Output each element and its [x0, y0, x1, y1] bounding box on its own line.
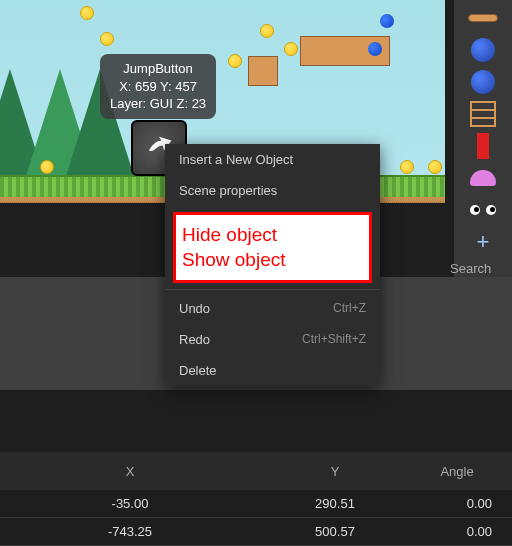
blob-icon — [470, 170, 496, 186]
object-item-eyes[interactable] — [454, 194, 512, 226]
object-item-ball[interactable] — [454, 34, 512, 66]
object-item-red[interactable] — [454, 130, 512, 162]
coin-object[interactable] — [284, 42, 298, 56]
ball-icon — [471, 70, 495, 94]
coin-object[interactable] — [40, 160, 54, 174]
highlighted-menu-group: Hide object Show object — [173, 212, 372, 283]
menu-label: Delete — [179, 363, 217, 378]
object-item-platform[interactable] — [454, 2, 512, 34]
timeline-track[interactable] — [0, 390, 512, 452]
cell-x[interactable]: -743.25 — [0, 524, 260, 539]
table-row[interactable]: -35.00 290.51 0.00 — [0, 490, 512, 518]
platform-icon — [468, 14, 498, 22]
menu-shortcut: Ctrl+Shift+Z — [302, 332, 366, 347]
column-header-x[interactable]: X — [0, 464, 260, 479]
object-item-ball[interactable] — [454, 66, 512, 98]
coin-object[interactable] — [100, 32, 114, 46]
menu-label: Scene properties — [179, 183, 277, 198]
eyes-icon — [470, 205, 496, 215]
menu-label: Undo — [179, 301, 210, 316]
red-icon — [477, 133, 489, 159]
tooltip-layer: Layer: GUI Z: 23 — [110, 95, 206, 113]
context-menu: Insert a New Object Scene properties Hid… — [165, 144, 380, 386]
column-header-angle[interactable]: Angle — [410, 464, 512, 479]
enemy-object[interactable] — [380, 14, 394, 28]
cell-angle[interactable]: 0.00 — [410, 524, 512, 539]
ladder-icon — [470, 101, 496, 127]
properties-header: X Y Angle — [0, 452, 512, 490]
coin-object[interactable] — [428, 160, 442, 174]
menu-redo[interactable]: Redo Ctrl+Shift+Z — [165, 324, 380, 355]
menu-hide-object[interactable]: Hide object — [182, 223, 363, 248]
coin-object[interactable] — [260, 24, 274, 38]
coin-object[interactable] — [400, 160, 414, 174]
cell-y[interactable]: 290.51 — [260, 496, 410, 511]
enemy-object[interactable] — [368, 42, 382, 56]
coin-object[interactable] — [80, 6, 94, 20]
object-item-ladder[interactable] — [454, 98, 512, 130]
search-input[interactable]: Search — [450, 261, 510, 276]
column-header-y[interactable]: Y — [260, 464, 410, 479]
menu-shortcut: Ctrl+Z — [333, 301, 366, 316]
cell-angle[interactable]: 0.00 — [410, 496, 512, 511]
object-panel[interactable]: + — [454, 0, 512, 277]
cell-y[interactable]: 500.57 — [260, 524, 410, 539]
ball-icon — [471, 38, 495, 62]
menu-undo[interactable]: Undo Ctrl+Z — [165, 293, 380, 324]
add-object-button[interactable]: + — [454, 226, 512, 258]
menu-label: Insert a New Object — [179, 152, 293, 167]
menu-insert-object[interactable]: Insert a New Object — [165, 144, 380, 175]
menu-show-object[interactable]: Show object — [182, 248, 363, 273]
tooltip-coords: X: 659 Y: 457 — [110, 78, 206, 96]
tooltip-name: JumpButton — [110, 60, 206, 78]
menu-scene-properties[interactable]: Scene properties — [165, 175, 380, 206]
block-object[interactable] — [248, 56, 278, 86]
coin-object[interactable] — [228, 54, 242, 68]
object-tooltip: JumpButton X: 659 Y: 457 Layer: GUI Z: 2… — [100, 54, 216, 119]
properties-rows: -35.00 290.51 0.00 -743.25 500.57 0.00 — [0, 490, 512, 546]
table-row[interactable]: -743.25 500.57 0.00 — [0, 518, 512, 546]
cell-x[interactable]: -35.00 — [0, 496, 260, 511]
menu-separator — [165, 289, 380, 290]
menu-label: Redo — [179, 332, 210, 347]
object-item-blob[interactable] — [454, 162, 512, 194]
menu-delete[interactable]: Delete — [165, 355, 380, 386]
